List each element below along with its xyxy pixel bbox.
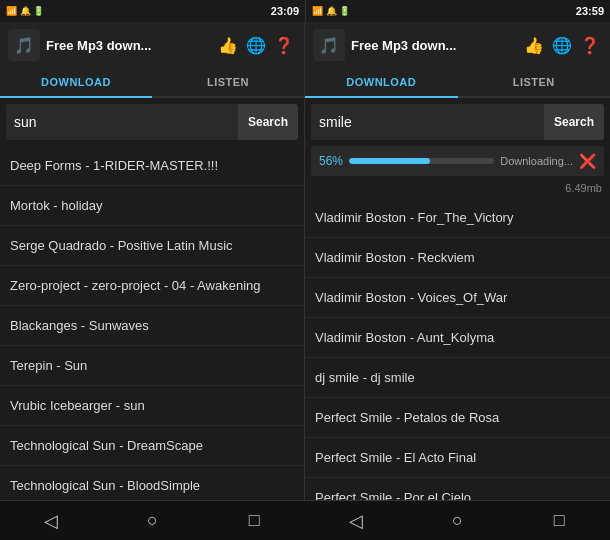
progress-bar-container: [349, 158, 494, 164]
left-song-list: Deep Forms - 1-RIDER-MASTER.!!! Mortok -…: [0, 146, 304, 500]
file-size: 6.49mb: [305, 180, 610, 198]
left-tab-listen[interactable]: LISTEN: [152, 68, 304, 96]
left-app-title: Free Mp3 down...: [46, 38, 210, 53]
left-back-button[interactable]: ◁: [31, 501, 71, 541]
right-status-icons: 📶 🔔 🔋: [312, 6, 350, 16]
nav-bars: ◁ ○ □ ◁ ○ □: [0, 500, 610, 540]
right-search-input[interactable]: [311, 110, 544, 134]
progress-bar-fill: [349, 158, 430, 164]
right-thumbs-up-icon[interactable]: 👍: [522, 33, 546, 57]
left-recent-button[interactable]: □: [234, 501, 274, 541]
right-app-header: 🎵 Free Mp3 down... 👍 🌐 ❓: [305, 22, 610, 68]
left-status-icons: 📶 🔔 🔋: [6, 6, 44, 16]
left-panel: 🎵 Free Mp3 down... 👍 🌐 ❓ DOWNLOAD LISTEN…: [0, 22, 305, 500]
right-app-title: Free Mp3 down...: [351, 38, 516, 53]
list-item[interactable]: Perfect Smile - El Acto Final: [305, 438, 610, 478]
right-tab-download[interactable]: DOWNLOAD: [305, 68, 458, 96]
left-search-button[interactable]: Search: [238, 104, 298, 140]
right-header-icons: 👍 🌐 ❓: [522, 33, 602, 57]
list-item[interactable]: Vladimir Boston - Voices_Of_War: [305, 278, 610, 318]
right-search-button[interactable]: Search: [544, 104, 604, 140]
list-item[interactable]: Terepin - Sun: [0, 346, 304, 386]
list-item[interactable]: Perfect Smile - Por el Cielo...: [305, 478, 610, 500]
right-search-bar: Search: [311, 104, 604, 140]
list-item[interactable]: Blackanges - Sunwaves: [0, 306, 304, 346]
right-tab-listen[interactable]: LISTEN: [458, 68, 611, 96]
left-thumbs-up-icon[interactable]: 👍: [216, 33, 240, 57]
right-help-icon[interactable]: ❓: [578, 33, 602, 57]
list-item[interactable]: Vrubic Icebearger - sun: [0, 386, 304, 426]
left-search-input[interactable]: [6, 110, 238, 134]
left-app-icon: 🎵: [8, 29, 40, 61]
right-recent-button[interactable]: □: [539, 501, 579, 541]
list-item[interactable]: Technological Sun - DreamScape: [0, 426, 304, 466]
left-app-header: 🎵 Free Mp3 down... 👍 🌐 ❓: [0, 22, 304, 68]
list-item[interactable]: Technological Sun - BloodSimple: [0, 466, 304, 500]
right-time: 23:59: [576, 5, 604, 17]
list-item[interactable]: Vladimir Boston - For_The_Victory: [305, 198, 610, 238]
list-item[interactable]: Serge Quadrado - Positive Latin Music: [0, 226, 304, 266]
left-header-icons: 👍 🌐 ❓: [216, 33, 296, 57]
progress-percent: 56%: [319, 154, 343, 168]
right-nav-bar: ◁ ○ □: [305, 500, 610, 540]
left-help-icon[interactable]: ❓: [272, 33, 296, 57]
list-item[interactable]: Zero-project - zero-project - 04 - Awake…: [0, 266, 304, 306]
right-globe-icon[interactable]: 🌐: [550, 33, 574, 57]
right-status-bar: 📶 🔔 🔋 23:59: [305, 0, 610, 22]
progress-cancel-icon[interactable]: ❌: [579, 153, 596, 169]
right-download-progress: 56% Downloading... ❌: [311, 146, 604, 176]
list-item[interactable]: dj smile - dj smile: [305, 358, 610, 398]
left-nav-bar: ◁ ○ □: [0, 500, 305, 540]
list-item[interactable]: Deep Forms - 1-RIDER-MASTER.!!!: [0, 146, 304, 186]
left-tabs: DOWNLOAD LISTEN: [0, 68, 304, 98]
right-back-button[interactable]: ◁: [336, 501, 376, 541]
left-home-button[interactable]: ○: [132, 501, 172, 541]
left-search-bar: Search: [6, 104, 298, 140]
list-item[interactable]: Mortok - holiday: [0, 186, 304, 226]
right-song-list: Vladimir Boston - For_The_Victory Vladim…: [305, 198, 610, 500]
right-panel: 🎵 Free Mp3 down... 👍 🌐 ❓ DOWNLOAD LISTEN…: [305, 22, 610, 500]
right-tabs: DOWNLOAD LISTEN: [305, 68, 610, 98]
left-status-bar: 📶 🔔 🔋 23:09: [0, 0, 305, 22]
list-item[interactable]: Vladimir Boston - Aunt_Kolyma: [305, 318, 610, 358]
left-time: 23:09: [271, 5, 299, 17]
right-home-button[interactable]: ○: [437, 501, 477, 541]
left-globe-icon[interactable]: 🌐: [244, 33, 268, 57]
list-item[interactable]: Perfect Smile - Petalos de Rosa: [305, 398, 610, 438]
left-tab-download[interactable]: DOWNLOAD: [0, 68, 152, 96]
right-app-icon: 🎵: [313, 29, 345, 61]
progress-label: Downloading...: [500, 155, 573, 167]
list-item[interactable]: Vladimir Boston - Reckviem: [305, 238, 610, 278]
